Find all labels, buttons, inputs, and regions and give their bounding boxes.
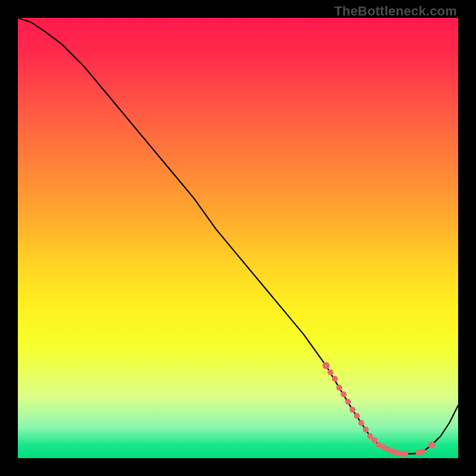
highlight-dot	[363, 427, 369, 433]
bottleneck-curve	[18, 18, 458, 454]
highlight-dot	[420, 449, 426, 455]
highlight-dot	[354, 413, 360, 419]
highlight-dot	[428, 441, 436, 449]
highlight-dot	[358, 420, 364, 426]
highlight-dot	[349, 407, 355, 413]
chart-frame: TheBottleneck.com	[0, 0, 476, 476]
watermark-text: TheBottleneck.com	[334, 4, 457, 19]
highlight-dot	[322, 362, 330, 369]
highlight-dot	[367, 433, 373, 439]
plot-area	[18, 18, 458, 458]
highlight-dot	[371, 437, 377, 443]
highlight-dot	[345, 399, 351, 405]
highlight-dot	[336, 385, 342, 391]
highlight-dot	[341, 392, 347, 397]
highlight-dots	[322, 362, 436, 457]
curve-layer	[18, 18, 458, 458]
highlight-dot	[327, 369, 333, 375]
highlight-dot	[332, 376, 338, 382]
highlight-dot	[402, 451, 408, 457]
